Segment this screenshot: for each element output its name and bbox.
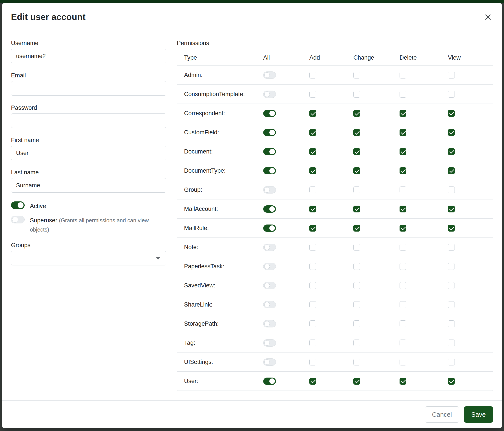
permission-delete-checkbox[interactable] <box>400 91 406 98</box>
permission-all-toggle[interactable] <box>263 377 276 385</box>
permission-delete-checkbox[interactable] <box>400 167 406 174</box>
permission-change-checkbox[interactable] <box>353 91 360 98</box>
permission-change-checkbox[interactable] <box>353 187 360 193</box>
permission-view-checkbox[interactable] <box>448 129 455 136</box>
permission-add-checkbox[interactable] <box>309 225 316 232</box>
permission-change-checkbox[interactable] <box>353 225 360 232</box>
permission-add-checkbox[interactable] <box>309 148 316 155</box>
permission-add-checkbox[interactable] <box>309 263 316 270</box>
permission-type-label: MailRule: <box>184 225 263 232</box>
permission-view-checkbox[interactable] <box>448 282 455 289</box>
permission-all-toggle[interactable] <box>263 301 276 308</box>
permission-view-checkbox[interactable] <box>448 340 455 346</box>
permission-delete-checkbox[interactable] <box>400 187 406 193</box>
permission-change-checkbox[interactable] <box>353 378 360 385</box>
username-input[interactable] <box>11 49 166 63</box>
permission-view-checkbox[interactable] <box>448 301 455 308</box>
permission-delete-checkbox[interactable] <box>400 206 406 212</box>
permission-all-toggle[interactable] <box>263 110 276 117</box>
permission-all-toggle[interactable] <box>263 224 276 232</box>
permission-delete-checkbox[interactable] <box>400 378 406 385</box>
permission-add-checkbox[interactable] <box>309 320 316 327</box>
permission-all-toggle[interactable] <box>263 339 276 347</box>
permission-all-toggle[interactable] <box>263 186 276 194</box>
permission-view-checkbox[interactable] <box>448 206 455 212</box>
permission-view-checkbox[interactable] <box>448 225 455 232</box>
permission-all-toggle[interactable] <box>263 167 276 174</box>
permission-delete-checkbox[interactable] <box>400 359 406 366</box>
permission-view-checkbox[interactable] <box>448 263 455 270</box>
permission-view-checkbox[interactable] <box>448 378 455 385</box>
permission-delete-checkbox[interactable] <box>400 340 406 346</box>
permission-view-checkbox[interactable] <box>448 244 455 251</box>
permission-all-toggle[interactable] <box>263 72 276 79</box>
permission-change-checkbox[interactable] <box>353 206 360 212</box>
permission-add-checkbox[interactable] <box>309 301 316 308</box>
permission-add-checkbox[interactable] <box>309 91 316 98</box>
permission-delete-checkbox[interactable] <box>400 129 406 136</box>
permission-view-checkbox[interactable] <box>448 359 455 366</box>
permission-add-checkbox[interactable] <box>309 340 316 346</box>
permission-change-checkbox[interactable] <box>353 282 360 289</box>
permission-delete-checkbox[interactable] <box>400 148 406 155</box>
permission-all-toggle[interactable] <box>263 148 276 155</box>
first-name-input[interactable] <box>11 146 166 160</box>
permission-all-toggle[interactable] <box>263 129 276 136</box>
permission-view-checkbox[interactable] <box>448 110 455 117</box>
permission-change-checkbox[interactable] <box>353 129 360 136</box>
permission-add-checkbox[interactable] <box>309 282 316 289</box>
permission-all-toggle[interactable] <box>263 282 276 289</box>
permission-change-checkbox[interactable] <box>353 320 360 327</box>
permission-all-toggle[interactable] <box>263 244 276 251</box>
permission-delete-checkbox[interactable] <box>400 263 406 270</box>
permission-add-checkbox[interactable] <box>309 167 316 174</box>
permission-delete-checkbox[interactable] <box>400 282 406 289</box>
permission-add-checkbox[interactable] <box>309 187 316 193</box>
last-name-input[interactable] <box>11 178 166 193</box>
permission-add-checkbox[interactable] <box>309 110 316 117</box>
permission-add-checkbox[interactable] <box>309 129 316 136</box>
permission-change-checkbox[interactable] <box>353 263 360 270</box>
permission-add-checkbox[interactable] <box>309 359 316 366</box>
permission-delete-checkbox[interactable] <box>400 320 406 327</box>
permission-change-checkbox[interactable] <box>353 244 360 251</box>
permission-change-checkbox[interactable] <box>353 167 360 174</box>
permission-add-checkbox[interactable] <box>309 206 316 212</box>
permission-change-checkbox[interactable] <box>353 72 360 79</box>
permission-type-label: MailAccount: <box>184 206 263 212</box>
close-icon[interactable]: × <box>483 10 493 23</box>
email-field[interactable] <box>11 81 166 96</box>
permissions-table: Type All Add Change Delete View Admin:Co… <box>177 50 493 391</box>
permission-delete-checkbox[interactable] <box>400 301 406 308</box>
superuser-toggle[interactable] <box>11 216 25 224</box>
permission-view-checkbox[interactable] <box>448 320 455 327</box>
permission-all-toggle[interactable] <box>263 320 276 327</box>
permission-change-checkbox[interactable] <box>353 301 360 308</box>
permission-add-checkbox[interactable] <box>309 378 316 385</box>
save-button[interactable]: Save <box>464 406 493 423</box>
permission-add-checkbox[interactable] <box>309 244 316 251</box>
permission-delete-checkbox[interactable] <box>400 110 406 117</box>
permission-delete-checkbox[interactable] <box>400 72 406 79</box>
permission-change-checkbox[interactable] <box>353 110 360 117</box>
permission-delete-checkbox[interactable] <box>400 244 406 251</box>
permission-delete-checkbox[interactable] <box>400 225 406 232</box>
permission-all-toggle[interactable] <box>263 359 276 366</box>
permission-all-toggle[interactable] <box>263 263 276 270</box>
permission-view-checkbox[interactable] <box>448 72 455 79</box>
permission-all-toggle[interactable] <box>263 90 276 98</box>
permission-add-checkbox[interactable] <box>309 72 316 79</box>
permission-view-checkbox[interactable] <box>448 148 455 155</box>
permission-change-checkbox[interactable] <box>353 148 360 155</box>
permission-all-toggle[interactable] <box>263 205 276 213</box>
active-toggle[interactable] <box>11 201 25 209</box>
permission-change-checkbox[interactable] <box>353 340 360 346</box>
cancel-button[interactable]: Cancel <box>425 406 459 423</box>
password-field[interactable] <box>11 114 166 128</box>
groups-select[interactable] <box>11 251 166 265</box>
permission-change-checkbox[interactable] <box>353 359 360 366</box>
permission-type-label: Group: <box>184 187 263 193</box>
permission-view-checkbox[interactable] <box>448 91 455 98</box>
permission-view-checkbox[interactable] <box>448 167 455 174</box>
permission-view-checkbox[interactable] <box>448 187 455 193</box>
